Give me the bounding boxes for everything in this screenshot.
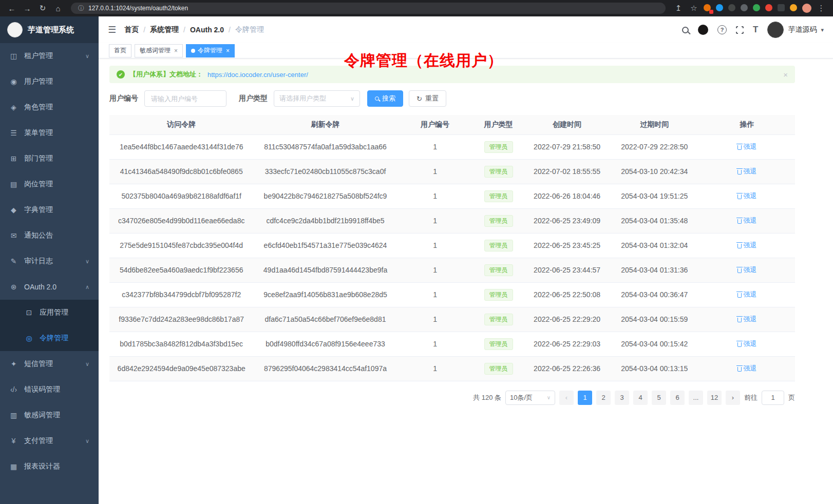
close-icon[interactable]: ×: [226, 47, 230, 54]
pay-icon: ¥: [9, 437, 18, 445]
extension-icon[interactable]: [790, 4, 798, 12]
extension-icon[interactable]: [765, 4, 773, 12]
sidebar: 芋道管理系统 ◫租户管理∨◉用户管理◈角色管理☰菜单管理⊞部门管理▤岗位管理◆字…: [0, 16, 99, 504]
user-type-tag: 管理员: [484, 338, 513, 350]
font-size-icon[interactable]: T: [753, 25, 758, 35]
page-button-6[interactable]: 6: [670, 391, 685, 405]
close-icon[interactable]: ×: [783, 70, 788, 79]
page-button-4[interactable]: 4: [633, 391, 648, 405]
create-time-cell: 2022-06-25 23:44:57: [524, 258, 610, 282]
sidebar-item-9[interactable]: ⊛OAuth 2.0∧: [0, 274, 99, 300]
browser-menu-icon[interactable]: ⋮: [816, 4, 827, 13]
refresh-icon: ↻: [416, 95, 422, 103]
sidebar-item-13[interactable]: ‹/›错误码管理: [0, 377, 99, 402]
action-cell: 强退: [699, 282, 795, 307]
github-icon[interactable]: [698, 25, 708, 35]
extension-icon[interactable]: [704, 4, 712, 12]
site-info-icon[interactable]: ⓘ: [77, 4, 85, 13]
force-logout-button[interactable]: 强退: [737, 265, 757, 275]
force-logout-button[interactable]: 强退: [737, 339, 757, 348]
user-type-placeholder: 请选择用户类型: [279, 94, 326, 103]
close-icon[interactable]: ×: [174, 47, 178, 54]
search-icon[interactable]: [682, 27, 689, 33]
breadcrumb: 首页 / 系统管理 / OAuth 2.0 / 令牌管理: [124, 25, 264, 34]
bookmark-star-icon[interactable]: ☆: [688, 4, 699, 13]
sidebar-item-label: 短信管理: [24, 359, 53, 369]
search-button[interactable]: 搜索: [367, 90, 403, 107]
sidebar-item-1[interactable]: ◉用户管理: [0, 69, 99, 94]
forward-icon[interactable]: →: [22, 4, 33, 13]
user-id-cell: 1: [397, 233, 473, 258]
fullscreen-icon[interactable]: [736, 26, 744, 34]
sidebar-item-4[interactable]: ⊞部门管理: [0, 146, 99, 171]
user-menu[interactable]: 芋道源码 ▾: [767, 22, 824, 38]
force-logout-button[interactable]: 强退: [737, 167, 757, 176]
tab-1[interactable]: 敏感词管理×: [135, 44, 183, 57]
user-id-cell: 1: [397, 134, 473, 159]
breadcrumb-item-home[interactable]: 首页: [124, 25, 139, 34]
reset-button[interactable]: ↻ 重置: [409, 90, 446, 107]
force-logout-button[interactable]: 强退: [737, 364, 757, 373]
sidebar-item-12[interactable]: ✦短信管理∨: [0, 351, 99, 377]
sidebar-item-6[interactable]: ◆字典管理: [0, 197, 99, 223]
page-ellipsis[interactable]: ...: [689, 391, 703, 405]
prev-page-button[interactable]: ‹: [559, 391, 574, 405]
force-logout-button[interactable]: 强退: [737, 315, 757, 324]
extension-icon[interactable]: [716, 4, 724, 12]
sidebar-item-14[interactable]: ▥敏感词管理: [0, 402, 99, 428]
force-logout-button[interactable]: 强退: [737, 191, 757, 201]
home-icon[interactable]: ⌂: [52, 4, 64, 13]
next-page-button[interactable]: ›: [726, 391, 740, 405]
force-logout-button[interactable]: 强退: [737, 241, 757, 250]
create-time-cell: 2022-07-02 18:55:55: [524, 159, 610, 184]
reload-icon[interactable]: ↻: [37, 4, 48, 13]
page-button-2[interactable]: 2: [596, 391, 611, 405]
share-icon[interactable]: ↥: [673, 4, 684, 13]
alert-doc-link[interactable]: https://doc.iocoder.cn/user-center/: [207, 71, 308, 79]
expire-time-cell: 2054-03-04 01:35:48: [610, 208, 699, 233]
success-check-icon: ✔: [117, 70, 125, 79]
tab-0[interactable]: 首页: [109, 44, 131, 57]
extension-icon[interactable]: [741, 4, 749, 12]
sidebar-item-7[interactable]: ✉通知公告: [0, 223, 99, 248]
user-type-tag: 管理员: [484, 240, 513, 251]
report-icon: ▦: [9, 462, 18, 471]
extension-icon[interactable]: [778, 4, 786, 12]
sidebar-item-8[interactable]: ✎审计日志∨: [0, 248, 99, 274]
force-logout-label: 强退: [744, 364, 757, 373]
breadcrumb-item-system[interactable]: 系统管理: [150, 25, 179, 34]
extension-icon[interactable]: [753, 4, 761, 12]
sidebar-item-0[interactable]: ◫租户管理∨: [0, 43, 99, 69]
user-id-input[interactable]: [144, 90, 226, 107]
sidebar-item-10[interactable]: ⊡应用管理: [0, 300, 99, 325]
help-icon[interactable]: ?: [717, 25, 727, 34]
back-icon[interactable]: ←: [6, 4, 17, 13]
extension-icon[interactable]: [728, 4, 736, 12]
sidebar-item-15[interactable]: ¥支付管理∨: [0, 428, 99, 454]
tab-2[interactable]: 令牌管理×: [186, 44, 235, 57]
breadcrumb-item-oauth[interactable]: OAuth 2.0: [190, 26, 224, 34]
browser-profile-avatar[interactable]: [802, 4, 811, 13]
force-logout-button[interactable]: 强退: [737, 142, 757, 151]
goto-page-input[interactable]: [762, 391, 784, 405]
create-time-cell: 2022-06-25 23:45:25: [524, 233, 610, 258]
user-type-select[interactable]: 请选择用户类型 ∨: [274, 90, 360, 107]
address-bar[interactable]: ⓘ 127.0.0.1:1024/system/oauth2/token: [71, 3, 666, 14]
page-button-12[interactable]: 12: [707, 391, 722, 405]
sidebar-item-label: 错误码管理: [24, 385, 60, 394]
table-row: b0d1785bc3a8482f812db4a3f3bd15ecb0df4980…: [109, 332, 795, 356]
page-size-select[interactable]: 10条/页 ∨: [505, 391, 555, 405]
force-logout-button[interactable]: 强退: [737, 216, 757, 225]
sidebar-item-5[interactable]: ▤岗位管理: [0, 171, 99, 197]
page-button-1[interactable]: 1: [578, 391, 592, 405]
sidebar-item-16[interactable]: ▦报表设计器: [0, 454, 99, 479]
user-type-cell: 管理员: [473, 208, 524, 233]
sidebar-item-11[interactable]: ◎令牌管理: [0, 325, 99, 351]
force-logout-button[interactable]: 强退: [737, 290, 757, 299]
hamburger-icon[interactable]: ☰: [108, 24, 116, 35]
sidebar-item-3[interactable]: ☰菜单管理: [0, 120, 99, 146]
sidebar-item-2[interactable]: ◈角色管理: [0, 94, 99, 120]
page-button-3[interactable]: 3: [615, 391, 629, 405]
tab-label: 敏感词管理: [140, 46, 171, 55]
page-button-5[interactable]: 5: [652, 391, 666, 405]
